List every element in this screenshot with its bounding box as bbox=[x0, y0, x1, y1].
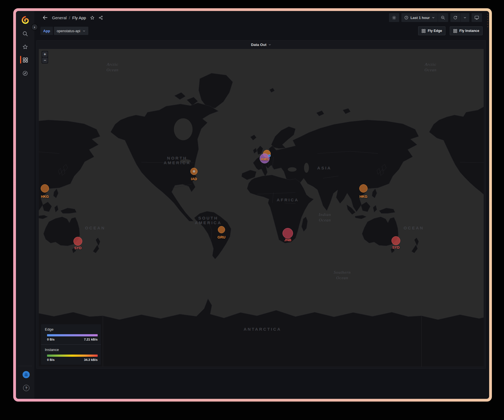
chevron-down-icon bbox=[268, 43, 271, 46]
refresh-controls bbox=[450, 13, 469, 22]
legend-minmax: 0 B/s34.3 kB/s bbox=[45, 358, 98, 361]
map-zoom-out-button[interactable]: − bbox=[42, 57, 48, 63]
chevron-down-icon bbox=[432, 16, 435, 19]
border-dots bbox=[487, 14, 488, 27]
sidebar-item-starred[interactable] bbox=[16, 42, 34, 52]
sidebar-divider bbox=[18, 366, 32, 366]
map-marker-inner-dot bbox=[193, 170, 195, 172]
dashboard-grid-icon bbox=[421, 29, 426, 33]
refresh-icon bbox=[453, 15, 458, 20]
avatar-figure-icon bbox=[24, 372, 29, 377]
map-zoom-in-button[interactable]: + bbox=[42, 51, 48, 57]
map-marker-label: SYD bbox=[74, 246, 82, 250]
grafana-logo-icon bbox=[21, 16, 29, 24]
fly-edge-link[interactable]: Fly Edge bbox=[418, 26, 445, 35]
star-icon bbox=[90, 15, 95, 20]
map-marker-label: IAD bbox=[191, 177, 197, 181]
breadcrumb-separator: / bbox=[69, 15, 70, 20]
map-marker-jnb[interactable] bbox=[283, 228, 293, 238]
legend-title: Edge bbox=[45, 327, 98, 331]
tv-mode-button[interactable] bbox=[472, 13, 482, 22]
sidebar-item-explore[interactable] bbox=[16, 68, 34, 78]
fly-instance-link[interactable]: Fly Instance bbox=[450, 26, 483, 35]
dashboard-settings-button[interactable] bbox=[389, 13, 399, 22]
arrow-left-icon bbox=[42, 15, 48, 21]
clock-icon bbox=[404, 15, 409, 20]
help-icon[interactable]: ? bbox=[23, 385, 29, 391]
legend-max: 7.21 kB/s bbox=[84, 338, 98, 341]
grafana-logo[interactable] bbox=[16, 15, 34, 25]
map-marker-label: GRU bbox=[218, 235, 226, 239]
fly-instance-label: Fly Instance bbox=[459, 29, 479, 33]
map-marker-label: AMS bbox=[261, 157, 269, 161]
legend-title: Instance bbox=[45, 348, 98, 352]
time-range-picker[interactable]: Last 1 hour bbox=[401, 13, 438, 22]
map-marker-hkg-west[interactable] bbox=[41, 184, 49, 193]
legend-section-edge: Edge0 B/s7.21 kB/s bbox=[41, 324, 101, 344]
sidebar-item-dashboards[interactable] bbox=[16, 55, 34, 65]
breadcrumb-section[interactable]: General bbox=[52, 15, 67, 20]
refresh-button[interactable] bbox=[450, 13, 460, 22]
sidebar-item-search[interactable] bbox=[16, 29, 34, 39]
refresh-interval-dropdown[interactable] bbox=[461, 13, 469, 22]
favorite-star-button[interactable] bbox=[90, 15, 95, 20]
search-icon bbox=[22, 31, 28, 37]
geomap-panel: Data Out bbox=[36, 40, 486, 369]
chevron-down-icon bbox=[463, 16, 467, 19]
map-marker-syd[interactable] bbox=[391, 236, 400, 245]
sidebar-expand-button[interactable]: › bbox=[31, 24, 38, 31]
grafana-app: › bbox=[16, 11, 489, 399]
time-range-label: Last 1 hour bbox=[410, 16, 430, 20]
legend-gradient-bar bbox=[47, 334, 98, 336]
variables-bar: App openstatus-api Fly bbox=[34, 24, 489, 37]
variable-app-value: openstatus-api bbox=[57, 29, 80, 33]
legend-max: 34.3 kB/s bbox=[84, 358, 98, 361]
user-avatar[interactable] bbox=[23, 371, 30, 378]
map-zoom-controls: + − bbox=[42, 51, 48, 64]
variable-app-select[interactable]: openstatus-api bbox=[54, 27, 88, 35]
map-marker-label: JNB bbox=[284, 238, 291, 242]
header-bar: General / Fly App bbox=[34, 11, 489, 24]
map-marker-label: SYD bbox=[392, 245, 400, 249]
time-range-controls: Last 1 hour bbox=[401, 13, 448, 22]
dashboards-grid-icon bbox=[23, 57, 28, 63]
breadcrumb: General / Fly App bbox=[52, 15, 86, 20]
geomap-canvas[interactable]: Arctic OceanArctic OceanNORTH AMERICAASI… bbox=[39, 49, 484, 367]
zoom-out-icon bbox=[441, 15, 445, 20]
panel-header[interactable]: Data Out bbox=[37, 40, 486, 49]
panel-title: Data Out bbox=[251, 43, 266, 47]
map-marker-edge-point[interactable] bbox=[268, 154, 271, 157]
main-area: General / Fly App bbox=[34, 11, 489, 399]
share-icon bbox=[98, 15, 103, 20]
explore-compass-icon bbox=[22, 70, 28, 76]
variable-app-label: App bbox=[40, 27, 53, 35]
chevron-down-icon bbox=[83, 29, 86, 32]
map-marker-syd-west[interactable] bbox=[73, 237, 82, 246]
monitor-icon bbox=[474, 15, 479, 20]
legend-minmax: 0 B/s7.21 kB/s bbox=[45, 338, 98, 341]
map-marker-label: HKG bbox=[360, 194, 368, 199]
map-marker-label: HKG bbox=[41, 194, 49, 199]
sidebar: › bbox=[16, 11, 34, 399]
legend-section-instance: Instance0 B/s34.3 kB/s bbox=[41, 344, 101, 365]
zoom-out-time-button[interactable] bbox=[438, 13, 448, 22]
legend-min: 0 B/s bbox=[47, 338, 55, 341]
star-icon bbox=[22, 44, 28, 50]
breadcrumb-page-title: Fly App bbox=[72, 15, 86, 20]
map-marker-gru[interactable] bbox=[218, 226, 225, 233]
map-marker-hkg[interactable] bbox=[359, 184, 368, 193]
legend-gradient-bar bbox=[47, 355, 98, 357]
legend-min: 0 B/s bbox=[47, 358, 55, 361]
back-arrow-button[interactable] bbox=[42, 15, 48, 21]
share-button[interactable] bbox=[98, 15, 103, 20]
app-window: › bbox=[13, 8, 492, 402]
screen: › bbox=[0, 0, 504, 420]
gear-icon bbox=[392, 15, 396, 20]
fly-edge-label: Fly Edge bbox=[428, 29, 442, 33]
world-map bbox=[39, 49, 484, 367]
dashboard-grid-icon bbox=[453, 29, 457, 33]
map-legend: Edge0 B/s7.21 kB/sInstance0 B/s34.3 kB/s bbox=[41, 324, 101, 365]
